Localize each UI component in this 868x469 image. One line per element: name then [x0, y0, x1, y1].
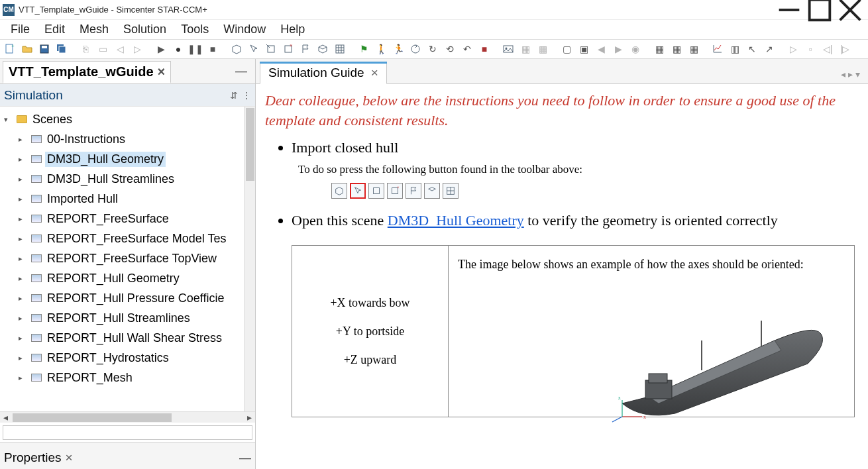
tree-node[interactable]: ▸REPORT_Hull Pressure Coefficie — [0, 288, 255, 308]
cube-icon[interactable] — [229, 42, 244, 56]
tree-node[interactable]: ▸REPORT_Hydrostatics — [0, 348, 255, 368]
run-icon[interactable]: ▶ — [154, 42, 168, 56]
close-icon[interactable]: × — [371, 66, 378, 80]
pause-icon[interactable]: ❚❚ — [188, 42, 203, 56]
tree-node[interactable]: ▸REPORT_FreeSurface Model Tes — [0, 229, 255, 248]
tab-menu-icon[interactable]: ▾ — [855, 69, 860, 79]
collapse-arrow-icon[interactable]: ▾ — [4, 115, 13, 124]
stop2-icon[interactable]: ■ — [477, 42, 492, 56]
tree-options-icon[interactable]: ⋮ — [242, 90, 251, 101]
tree-node[interactable]: ▸REPORT_FreeSurface TopView — [0, 248, 255, 268]
grid2-icon[interactable]: ▦ — [669, 42, 684, 56]
small-fwd-icon[interactable]: |▷ — [838, 42, 852, 56]
globe-icon[interactable]: ◉ — [628, 42, 643, 56]
start-flag-icon[interactable]: ⚑ — [356, 42, 371, 56]
crop-icon[interactable] — [264, 42, 278, 56]
scene-icon — [31, 175, 42, 183]
axis-y-label: +Y to portside — [336, 325, 404, 339]
delete-geom-icon[interactable]: × — [281, 42, 296, 56]
tab-prev-icon[interactable]: ◂ — [841, 69, 845, 79]
small-back-icon[interactable]: ◁| — [820, 42, 835, 56]
tree-node[interactable]: ▸00-Instructions — [0, 129, 255, 149]
tab-simulation-guide[interactable]: Simulation Guide × — [260, 62, 387, 84]
close-icon[interactable]: × — [158, 64, 166, 79]
open-icon[interactable] — [20, 42, 34, 56]
mini-crop-icon — [368, 183, 384, 199]
tree-node[interactable]: ▸Imported Hull — [0, 189, 255, 209]
save-all-icon[interactable] — [54, 42, 69, 56]
redo-icon[interactable]: ▷ — [130, 42, 144, 56]
back-arrow-icon[interactable]: ↶ — [460, 42, 474, 56]
close-button[interactable] — [835, 0, 865, 20]
menu-window[interactable]: Window — [217, 21, 272, 38]
guide-link-dm3d[interactable]: DM3D_Hull Geometry — [388, 212, 524, 229]
flag-icon[interactable] — [298, 42, 313, 56]
box2-icon[interactable]: ▣ — [576, 42, 591, 56]
copy-icon[interactable]: ⎘ — [78, 42, 93, 56]
mini-cube-icon — [331, 183, 347, 199]
collapse-button[interactable]: — — [239, 451, 251, 465]
tree-node[interactable]: ▸REPORT_Mesh — [0, 368, 255, 388]
tree-node[interactable]: ▸DM3D_Hull Geometry — [0, 149, 255, 169]
menu-file[interactable]: File — [4, 21, 36, 38]
loop-icon[interactable]: ⟲ — [443, 42, 457, 56]
stop-icon[interactable]: ■ — [205, 42, 220, 56]
close-icon[interactable]: × — [66, 450, 73, 465]
refresh-icon[interactable]: ↻ — [425, 42, 440, 56]
save-icon[interactable] — [37, 42, 52, 56]
horizontal-scrollbar[interactable]: ◂ ▸ — [0, 411, 255, 423]
tree-node[interactable]: ▸REPORT_Hull Streamlines — [0, 308, 255, 328]
app-icon: CM — [3, 4, 15, 16]
pointer-icon[interactable]: ↖ — [745, 42, 759, 56]
record-icon[interactable]: ● — [171, 42, 186, 56]
grid-icon[interactable] — [333, 42, 347, 56]
nav-fwd-icon[interactable]: ▶ — [611, 42, 625, 56]
small-play-icon[interactable]: ▷ — [786, 42, 800, 56]
small-stop-icon[interactable]: ▫ — [803, 42, 818, 56]
tree-node-scenes[interactable]: ▾ Scenes — [0, 109, 255, 129]
minimize-button[interactable] — [774, 0, 804, 20]
tree-node[interactable]: ▸REPORT_Hull Geometry — [0, 268, 255, 288]
grid3-icon[interactable]: ▦ — [686, 42, 701, 56]
cycle-icon[interactable] — [408, 42, 423, 56]
tree-node[interactable]: ▸REPORT_Hull Wall Shear Stress — [0, 328, 255, 348]
chart-icon[interactable]: ▥ — [728, 42, 742, 56]
new-icon[interactable]: + — [3, 42, 17, 56]
pointer2-icon[interactable]: ↗ — [762, 42, 777, 56]
image2-icon[interactable]: ▦ — [518, 42, 533, 56]
scroll-right-icon[interactable]: ▸ — [244, 412, 255, 423]
tree-node[interactable]: ▸REPORT_FreeSurface — [0, 209, 255, 229]
menu-edit[interactable]: Edit — [38, 21, 72, 38]
undo-icon[interactable]: ◁ — [113, 42, 127, 56]
walk-icon[interactable]: 🚶 — [374, 42, 388, 56]
vertical-scrollbar[interactable] — [244, 107, 255, 411]
menu-tools[interactable]: Tools — [174, 21, 215, 38]
svg-text:z: z — [618, 395, 621, 401]
plot-icon[interactable] — [710, 42, 725, 56]
collapse-button[interactable]: — — [230, 64, 252, 78]
tree-label: DM3D_Hull Geometry — [45, 152, 166, 167]
run-person-icon[interactable]: 🏃 — [391, 42, 406, 56]
svg-text:×: × — [397, 185, 400, 190]
simulation-tree[interactable]: ▾ Scenes ▸00-Instructions ▸DM3D_Hull Geo… — [0, 107, 255, 411]
box-icon[interactable]: ▢ — [559, 42, 574, 56]
right-panel: Simulation Guide × ◂ ▸ ▾ Dear colleague,… — [256, 59, 868, 469]
grid1-icon[interactable]: ▦ — [652, 42, 667, 56]
tree-node[interactable]: ▸DM3D_Hull Streamlines — [0, 169, 255, 189]
scroll-left-icon[interactable]: ◂ — [0, 412, 11, 423]
tab-next-icon[interactable]: ▸ — [848, 69, 853, 79]
tree-expand-icon[interactable]: ⇵ — [230, 90, 238, 101]
properties-label: Properties — [4, 450, 62, 465]
filter-input[interactable] — [3, 425, 252, 440]
mesh2-icon[interactable]: ▩ — [535, 42, 550, 56]
paste-icon[interactable]: ▭ — [95, 42, 110, 56]
left-tab[interactable]: VTT_Template_wGuide× — [3, 61, 171, 83]
menu-solution[interactable]: Solution — [117, 21, 173, 38]
image-icon[interactable] — [501, 42, 515, 56]
maximize-button[interactable] — [804, 0, 835, 20]
nav-back-icon[interactable]: ◀ — [594, 42, 608, 56]
menu-help[interactable]: Help — [274, 21, 311, 38]
box3d-icon[interactable] — [315, 42, 330, 56]
select-icon[interactable] — [246, 42, 261, 56]
menu-mesh[interactable]: Mesh — [73, 21, 115, 38]
